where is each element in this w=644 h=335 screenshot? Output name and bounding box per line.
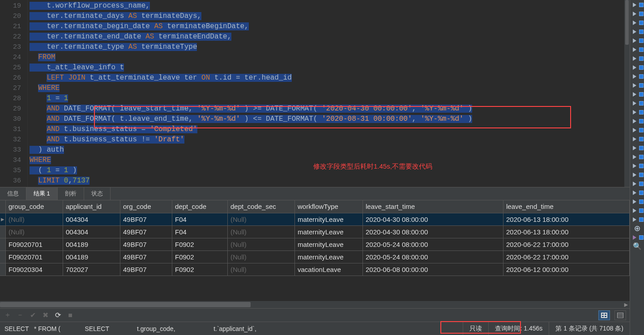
svg-marker-17 <box>633 155 636 159</box>
code-line[interactable]: ter.terminate_days AS terminateDays, <box>30 11 630 21</box>
status-bar: SELECT * FROM ( SELECT t.group_code, t.`… <box>0 322 630 335</box>
code-line[interactable]: WHERE <box>30 83 630 93</box>
svg-marker-8 <box>633 74 636 79</box>
svg-marker-16 <box>633 146 636 150</box>
code-line[interactable]: AND t.business_status = 'Completed' <box>30 124 630 135</box>
table-row[interactable]: (Null)00430449BF07F04(Null)maternityLeav… <box>0 225 630 238</box>
right-sidebar: 🔍 <box>630 0 644 335</box>
svg-marker-0 <box>633 3 636 7</box>
side-item-icon[interactable] <box>631 207 644 215</box>
side-item-icon[interactable] <box>631 117 644 125</box>
side-item-icon[interactable] <box>631 19 644 27</box>
record-count-label: 第 1 条记录 (共 7108 条) <box>549 322 630 335</box>
table-row[interactable]: ▸(Null)00430449BF07F04(Null)maternityLea… <box>0 213 630 225</box>
svg-marker-24 <box>633 217 636 222</box>
svg-marker-20 <box>633 182 636 186</box>
code-line[interactable]: LIMIT 0,7137 <box>30 176 630 186</box>
svg-marker-2 <box>633 21 636 25</box>
side-item-icon[interactable] <box>631 1 644 9</box>
col-dept_code_sec[interactable]: dept_code_sec <box>228 200 295 213</box>
tab-信息[interactable]: 信息 <box>0 187 26 200</box>
svg-marker-23 <box>633 208 636 213</box>
col-group_code[interactable]: group_code <box>6 200 63 213</box>
apply-button[interactable]: ✔ <box>29 311 37 319</box>
code-line[interactable]: t.workflow_process_name, <box>30 1 630 11</box>
side-item-icon[interactable] <box>631 64 644 72</box>
col-leave_start_time[interactable]: leave_start_time <box>363 200 503 213</box>
add-icon[interactable] <box>631 225 644 233</box>
side-item-icon[interactable] <box>631 37 644 45</box>
editor-scrollbar[interactable] <box>624 0 630 187</box>
code-area[interactable]: t.workflow_process_name, ter.terminate_d… <box>28 0 630 187</box>
form-view-button[interactable] <box>614 310 626 320</box>
code-line[interactable]: ) auth <box>30 145 630 155</box>
code-line[interactable]: ter.terminate_begin_date AS terminateBeg… <box>30 21 630 32</box>
side-item-icon[interactable] <box>631 46 644 54</box>
code-line[interactable]: ter.terminate_end_date AS terminateEndDa… <box>30 32 630 42</box>
grid-view-button[interactable] <box>598 310 610 320</box>
code-line[interactable]: 1 = 1 <box>30 93 630 104</box>
side-item-icon[interactable] <box>631 189 644 197</box>
side-item-icon[interactable] <box>631 108 644 116</box>
scroll-right-icon[interactable]: ► <box>623 301 630 308</box>
side-item-icon[interactable] <box>631 171 644 179</box>
result-grid[interactable]: group_codeapplicant_idorg_codedept_coded… <box>0 200 630 301</box>
side-item-icon[interactable] <box>631 55 644 63</box>
query-time-label: 查询时间: 1.456s <box>488 322 549 335</box>
col-org_code[interactable]: org_code <box>120 200 172 213</box>
svg-marker-1 <box>633 12 636 16</box>
svg-marker-13 <box>633 119 636 123</box>
col-leave_end_time[interactable]: leave_end_time <box>503 200 630 213</box>
side-item-icon[interactable] <box>631 153 644 161</box>
svg-marker-21 <box>633 191 636 195</box>
col-applicant_id[interactable]: applicant_id <box>63 200 120 213</box>
tab-状态[interactable]: 状态 <box>84 187 111 200</box>
code-line[interactable]: AND t.business_status != 'Draft' <box>30 135 630 145</box>
svg-marker-4 <box>633 38 636 43</box>
side-item-icon[interactable] <box>631 180 644 188</box>
tab-结果 1[interactable]: 结果 1 <box>26 187 58 200</box>
side-item-icon[interactable] <box>631 10 644 18</box>
svg-marker-10 <box>633 92 636 97</box>
tab-剖析[interactable]: 剖析 <box>58 187 84 200</box>
side-item-icon[interactable] <box>631 90 644 98</box>
add-row-button[interactable]: ＋ <box>4 311 12 319</box>
svg-marker-14 <box>633 128 636 132</box>
side-item-icon[interactable] <box>631 135 644 143</box>
stop-button[interactable]: ■ <box>66 311 74 319</box>
code-line[interactable]: LEFT JOIN t_att_terminate_leave ter ON t… <box>30 73 630 83</box>
side-item-icon[interactable] <box>631 233 644 242</box>
svg-marker-15 <box>633 137 636 141</box>
col-dept_code[interactable]: dept_code <box>172 200 228 213</box>
grid-h-scroll[interactable]: ◄ ► <box>0 301 630 308</box>
table-row[interactable]: F0902030470202749BF07F0902(Null)vacation… <box>0 263 630 276</box>
remove-row-button[interactable]: － <box>16 311 24 319</box>
svg-marker-18 <box>633 164 636 168</box>
side-item-icon[interactable] <box>631 28 644 36</box>
code-line[interactable]: AND DATE_FORMAT( leave_start_time, '%Y-%… <box>30 104 630 114</box>
side-item-icon[interactable] <box>631 216 644 224</box>
side-item-icon[interactable] <box>631 162 644 170</box>
code-line[interactable]: AND DATE_FORMAT( t.leave_end_time, '%Y-%… <box>30 114 630 124</box>
svg-marker-3 <box>633 30 636 34</box>
side-item-icon[interactable] <box>631 99 644 107</box>
refresh-button[interactable]: ⟳ <box>54 311 62 319</box>
code-line[interactable]: ter.terminate_type AS terminateType <box>30 42 630 52</box>
side-item-icon[interactable] <box>631 144 644 152</box>
col-workflowType[interactable]: workflowType <box>295 200 363 213</box>
svg-marker-11 <box>633 101 636 106</box>
table-row[interactable]: F0902070100418949BF07F0902(Null)maternit… <box>0 238 630 250</box>
search-icon[interactable]: 🔍 <box>631 242 644 250</box>
code-line[interactable]: FROM <box>30 52 630 63</box>
code-line[interactable]: t_att_leave_info t <box>30 63 630 73</box>
side-item-icon[interactable] <box>631 81 644 89</box>
svg-marker-19 <box>633 173 636 177</box>
svg-marker-9 <box>633 83 636 88</box>
status-sql: SELECT * FROM ( SELECT t.group_code, t.`… <box>0 325 261 332</box>
sql-editor[interactable]: 192021222324252627282930313233343536 t.w… <box>0 0 630 187</box>
table-row[interactable]: F0902070100418949BF07F0902(Null)maternit… <box>0 250 630 263</box>
side-item-icon[interactable] <box>631 72 644 81</box>
side-item-icon[interactable] <box>631 198 644 206</box>
side-item-icon[interactable] <box>631 126 644 134</box>
cancel-button[interactable]: ✖ <box>41 311 49 319</box>
